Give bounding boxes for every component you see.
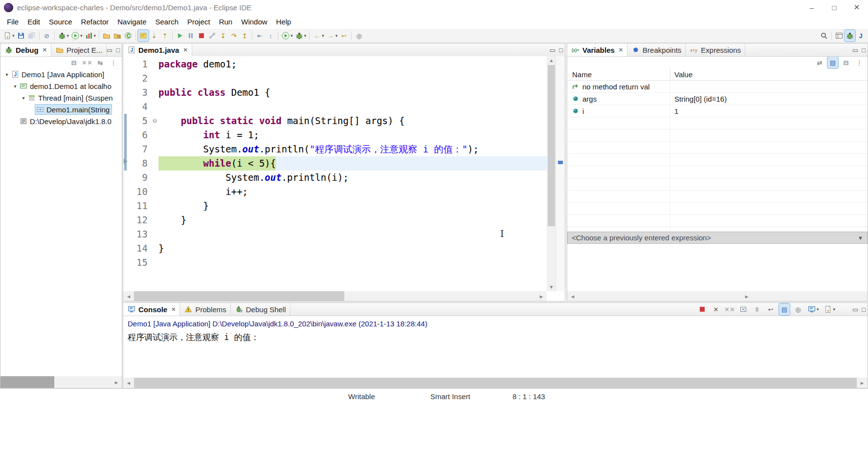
code-line[interactable]: 1package demo1; xyxy=(130,57,547,71)
scroll-right-arrow[interactable]: ▸ xyxy=(111,376,122,388)
menu-help[interactable]: Help xyxy=(272,18,296,26)
chevron-down-icon[interactable]: ▾ xyxy=(67,33,69,38)
line-body[interactable] xyxy=(158,256,547,270)
expander-icon[interactable]: ▾ xyxy=(20,95,27,101)
show-on-stdout-toggle[interactable]: ▤ xyxy=(779,303,790,315)
line-body[interactable]: i++; xyxy=(158,185,547,199)
view-menu-button[interactable]: ⋮ xyxy=(854,57,865,68)
variable-value-cell[interactable] xyxy=(670,81,868,92)
close-icon[interactable]: ✕ xyxy=(183,47,187,53)
line-body[interactable]: System.out.println(i); xyxy=(158,171,547,185)
console-output[interactable]: 程序调试演示，注意观察 i 的值： xyxy=(123,328,868,343)
scrollbar-thumb[interactable] xyxy=(134,291,344,301)
resume-button[interactable] xyxy=(175,30,185,42)
variables-table-header[interactable]: Name Value xyxy=(567,68,868,81)
open-console-button[interactable]: ▾ xyxy=(823,303,836,315)
line-body[interactable]: } xyxy=(158,241,547,256)
code-line[interactable]: 15 xyxy=(130,256,547,270)
menu-project[interactable]: Project xyxy=(183,18,215,26)
collapse-all-button[interactable]: ⊟ xyxy=(841,57,851,68)
remove-all-launches-button[interactable]: ✕✕ xyxy=(724,303,735,315)
editor-horizontal-scrollbar[interactable]: ◂ ▸ xyxy=(123,291,547,301)
chevron-down-icon[interactable]: ▾ xyxy=(94,33,96,38)
save-button[interactable] xyxy=(16,30,26,42)
remove-launch-button[interactable]: ✕ xyxy=(711,303,721,315)
line-body[interactable]: int i = 1; xyxy=(158,128,547,142)
variable-name-cell[interactable]: args xyxy=(567,93,670,105)
step-into-button[interactable]: ↧ xyxy=(218,30,228,42)
variable-row[interactable]: argsString[0] (id=16) xyxy=(567,93,868,105)
scroll-right-arrow[interactable]: ▸ xyxy=(857,378,868,388)
debug-horizontal-scrollbar[interactable]: ▸ xyxy=(0,376,122,388)
variable-value-cell[interactable]: String[0] (id=16) xyxy=(670,93,868,105)
tab-project-e-[interactable]: Project E... xyxy=(51,43,107,56)
scrollbar-thumb[interactable] xyxy=(0,376,54,388)
code-line[interactable]: 13 xyxy=(130,227,547,241)
maximize-button[interactable]: □ xyxy=(823,0,846,15)
scrollbar-thumb[interactable] xyxy=(548,65,555,226)
close-button[interactable]: ✕ xyxy=(846,0,868,15)
show-columns-toggle[interactable]: ▤ xyxy=(827,57,838,68)
variables-horizontal-scrollbar[interactable]: ◂ ▸ xyxy=(567,291,868,301)
chevron-down-icon[interactable]: ▾ xyxy=(80,33,83,38)
overview-ruler[interactable] xyxy=(556,56,565,291)
chevron-down-icon[interactable]: ▾ xyxy=(817,307,819,312)
suspend-button[interactable] xyxy=(185,30,196,42)
code-line[interactable]: 14} xyxy=(130,241,547,256)
tab-debug-shell[interactable]: JDebug Shell xyxy=(231,303,290,316)
fold-marker-icon[interactable]: ⊖ xyxy=(151,114,158,128)
line-body[interactable]: public class Demo1 { xyxy=(158,86,547,100)
tab-console[interactable]: Console✕ xyxy=(123,303,180,316)
open-type-button[interactable] xyxy=(112,30,123,42)
code-line[interactable]: 3public class Demo1 { xyxy=(130,86,547,100)
menu-run[interactable]: Run xyxy=(215,18,237,26)
expander-icon[interactable]: ▾ xyxy=(12,84,19,89)
debug-last-button[interactable]: ▾ xyxy=(294,30,308,42)
variable-value-cell[interactable]: 1 xyxy=(670,105,868,117)
save-all-button[interactable] xyxy=(26,30,37,42)
code-line[interactable]: 6 int i = 1; xyxy=(130,128,547,142)
next-annotation-button[interactable]: ⇣ xyxy=(149,30,159,42)
minimize-button[interactable]: – xyxy=(801,0,823,15)
menu-source[interactable]: Source xyxy=(45,18,77,26)
tree-item[interactable]: ▾JDemo1 [Java Application] xyxy=(0,68,122,80)
minimize-view-button[interactable]: ▭ xyxy=(852,46,858,54)
variable-name-cell[interactable]: i xyxy=(567,105,670,117)
expression-combo[interactable]: <Choose a previously entered expression>… xyxy=(567,232,868,244)
expander-icon[interactable]: ▾ xyxy=(3,72,10,77)
search-button[interactable] xyxy=(819,30,829,42)
chevron-down-icon[interactable]: ▾ xyxy=(304,33,307,38)
tab-variables[interactable]: (x)=Variables✕ xyxy=(567,43,627,56)
line-body[interactable] xyxy=(158,100,547,114)
code-line[interactable]: 10 i++; xyxy=(130,185,547,199)
column-header-name[interactable]: Name xyxy=(567,70,670,79)
code-line[interactable]: 2 xyxy=(130,71,547,86)
line-body[interactable]: System.out.println("程序调试演示，注意观察 i 的值："); xyxy=(158,142,547,156)
column-header-value[interactable]: Value xyxy=(670,68,868,80)
step-over-button[interactable]: ↷ xyxy=(228,30,239,42)
menu-edit[interactable]: Edit xyxy=(23,18,45,26)
chevron-down-icon[interactable]: ▼ xyxy=(858,235,863,241)
chevron-down-icon[interactable]: ▾ xyxy=(290,33,293,38)
close-icon[interactable]: ✕ xyxy=(43,47,47,53)
scroll-lock-toggle[interactable]: ⇳ xyxy=(752,303,762,315)
line-body[interactable]: } xyxy=(158,213,547,227)
scroll-left-arrow[interactable]: ◂ xyxy=(567,291,578,301)
tree-item-content[interactable]: JDemo1 [Java Application] xyxy=(10,69,106,79)
new-class-button[interactable]: C xyxy=(123,30,134,42)
coverage-button[interactable]: ▾ xyxy=(84,30,97,42)
tab-demo1-java[interactable]: JDemo1.java✕ xyxy=(123,43,192,56)
scroll-right-arrow[interactable]: ▸ xyxy=(536,291,547,301)
code-line[interactable]: 5⊖ public static void main(String[] args… xyxy=(130,114,547,128)
tree-item-content[interactable]: D:\Develop\Java\jdk1.8.0 xyxy=(19,116,113,126)
tab-breakpoints[interactable]: Breakpoints xyxy=(627,43,686,56)
maximize-view-button[interactable]: □ xyxy=(116,46,120,54)
scroll-down-arrow[interactable]: ▼ xyxy=(547,283,556,291)
tree-item[interactable]: ▾demo1.Demo1 at localho xyxy=(0,80,122,92)
menu-navigate[interactable]: Navigate xyxy=(113,18,151,26)
debug-perspective-button[interactable] xyxy=(845,30,855,42)
tree-item[interactable]: Demo1.main(String xyxy=(0,104,122,115)
use-step-filters-toggle[interactable]: ↕ xyxy=(265,30,276,42)
last-edit-location-button[interactable]: ↩ xyxy=(338,30,349,42)
show-logical-structures-toggle[interactable]: ⇄ xyxy=(814,57,825,68)
